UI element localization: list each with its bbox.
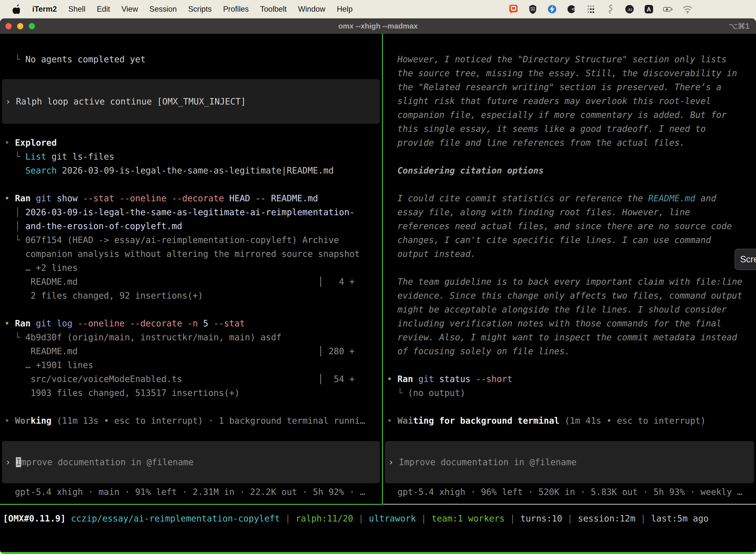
text-segment: │ — [4, 221, 25, 231]
text-segment: └ — [4, 54, 25, 64]
menu-bar-left: iTerm2 Shell Edit View Session Scripts P… — [0, 4, 353, 14]
terminal-line: The team guideline is to back every impo… — [387, 275, 756, 289]
terminal-line — [387, 177, 756, 191]
text-segment: HEAD — [229, 193, 255, 203]
terminal-line — [387, 150, 756, 164]
text-segment: Explored — [15, 138, 57, 148]
text-segment: … +2 lines — [4, 263, 78, 273]
a-app-icon[interactable]: A — [644, 4, 654, 14]
terminal-line: slight risk that future readers may over… — [387, 94, 756, 108]
tmux-status-bar: [omx-cczip0:bash* "MacBook-Pro-44.local"… — [0, 552, 756, 554]
text-segment: The team guideline is to back every impo… — [387, 277, 742, 287]
menu-item-help[interactable]: Help — [337, 5, 353, 14]
text-segment: companion file, especially if more comme… — [387, 110, 727, 120]
squiggle-icon[interactable] — [605, 4, 615, 14]
dots-grid-icon[interactable] — [586, 4, 596, 14]
badge-61-icon[interactable]: ..61 — [624, 4, 635, 14]
text-segment: 4b9d30f (origin/main, instructkr/main, m… — [25, 332, 281, 342]
text-segment: › — [388, 457, 399, 467]
text-segment: [OMX#0.11.9] — [3, 513, 66, 523]
terminal-line: │ and-the-erosion-of-copyleft.md — [4, 219, 382, 233]
menu-bar: iTerm2 Shell Edit View Session Scripts P… — [0, 0, 756, 18]
ralph-inject-box: › Ralph loop active continue [OMX_TMUX_I… — [2, 79, 380, 124]
text-segment: changes, I can't cite specific file line… — [387, 235, 711, 245]
terminal-line — [387, 400, 756, 414]
terminal-line: changes, I can't cite specific file line… — [387, 233, 756, 247]
terminal-line: the "Related research writing" section i… — [387, 80, 756, 94]
terminal-line: • Explored — [4, 136, 382, 150]
terminal-line: README.md │ 4 + — [4, 275, 382, 289]
terminal-line: └ List git ls-files — [4, 150, 382, 164]
terminal-line: including verification notes with those … — [387, 317, 756, 330]
prompt-input-left[interactable]: › Improve documentation in @filename — [2, 441, 380, 483]
battery-icon[interactable] — [663, 4, 674, 14]
menu-item-scripts[interactable]: Scripts — [188, 5, 212, 14]
terminal-line: … +1901 lines — [4, 358, 382, 372]
apple-menu-icon[interactable] — [10, 4, 21, 14]
text-segment: Ralph loop active continue [OMX_TMUX_INJ… — [16, 97, 246, 107]
terminal-line: output instead. — [387, 247, 756, 261]
menu-item-session[interactable]: Session — [149, 5, 177, 14]
text-segment: | — [416, 513, 432, 523]
text-segment: essay file, along with finding root file… — [387, 207, 690, 217]
text-segment: › — [5, 457, 16, 467]
text-segment: Considering citation options — [387, 166, 544, 175]
minimize-button[interactable] — [17, 23, 23, 29]
terminal-line: companion file, especially if more comme… — [387, 108, 756, 122]
text-segment: turns:10 — [520, 513, 562, 523]
terminal-line: Considering citation options — [387, 164, 756, 177]
menu-item-toolbelt[interactable]: Toolbelt — [260, 5, 287, 14]
text-segment: the source tree, missing the essay. Stil… — [387, 68, 737, 78]
screen-overlay-label: Scre — [740, 254, 756, 265]
pane-divider[interactable] — [382, 34, 383, 504]
text-segment: session:12m — [578, 513, 635, 523]
window-shortcut-badge: ⌥⌘1 — [729, 21, 750, 31]
wifi-icon[interactable] — [682, 4, 693, 14]
a-app-label: A — [647, 6, 651, 13]
text-segment: king — [30, 416, 51, 426]
text-segment — [4, 166, 25, 175]
menu-item-app[interactable]: iTerm2 — [32, 5, 57, 14]
text-segment: references need actual files, and since … — [387, 221, 732, 231]
text-segment: including verification notes with those … — [387, 319, 721, 328]
terminal-line: essay file, along with finding root file… — [387, 205, 756, 219]
right-pane: However, I noticed the "Directory Struct… — [383, 52, 756, 428]
zoom-button[interactable] — [29, 23, 35, 29]
menu-item-view[interactable]: View — [122, 5, 138, 14]
text-segment: gpt-5.4 xhigh · 96% left · 520K in · 5.8… — [387, 487, 742, 497]
screen-overlay-chip[interactable]: Scre — [735, 249, 756, 270]
text-segment: | — [353, 513, 369, 523]
text-segment: src/voice/voiceModeEnabled.ts │ 54 + — [4, 374, 355, 384]
text-segment: Wor — [15, 416, 30, 426]
iterm2-window: omx --xhigh --madmax ⌥⌘1 └ No agents com… — [0, 18, 756, 554]
model-status-left: gpt-5.4 xhigh · main · 91% left · 2.31M … — [4, 485, 365, 499]
text-segment: However, I noticed the "Directory Struct… — [387, 54, 727, 64]
close-button[interactable] — [5, 23, 12, 29]
text-segment: 1903 files changed, 513517 insertions(+) — [4, 388, 240, 398]
text-segment: └ — [4, 235, 25, 245]
text-segment: | — [635, 513, 651, 523]
pacman-app-icon[interactable] — [566, 4, 577, 14]
chat-app-icon[interactable] — [508, 4, 519, 14]
bolt-app-icon[interactable] — [547, 4, 557, 14]
text-segment: git — [36, 193, 57, 203]
text-segment: and — [695, 193, 716, 203]
shield-app-icon[interactable] — [527, 4, 538, 14]
text-segment: 2 files changed, 92 insertions(+) — [4, 291, 203, 300]
menu-item-edit[interactable]: Edit — [97, 5, 110, 14]
text-segment: • — [4, 319, 15, 328]
terminal-line — [4, 302, 382, 317]
text-segment: status — [439, 374, 476, 384]
menu-item-profiles[interactable]: Profiles — [223, 5, 249, 14]
text-segment: --short — [476, 374, 512, 384]
menu-item-window[interactable]: Window — [298, 5, 325, 14]
text-segment: mprove documentation in @filename — [21, 457, 193, 467]
text-segment: └ — [4, 152, 25, 162]
text-segment: git — [418, 374, 439, 384]
text-segment: Ran — [15, 193, 36, 203]
text-segment: ultrawork — [369, 513, 416, 523]
terminal-line: src/voice/voiceModeEnabled.ts │ 54 + — [4, 372, 382, 386]
prompt-input-right[interactable]: › Improve documentation in @filename — [385, 441, 754, 483]
menu-item-shell[interactable]: Shell — [68, 5, 85, 14]
text-segment: git ls-files — [46, 152, 114, 162]
